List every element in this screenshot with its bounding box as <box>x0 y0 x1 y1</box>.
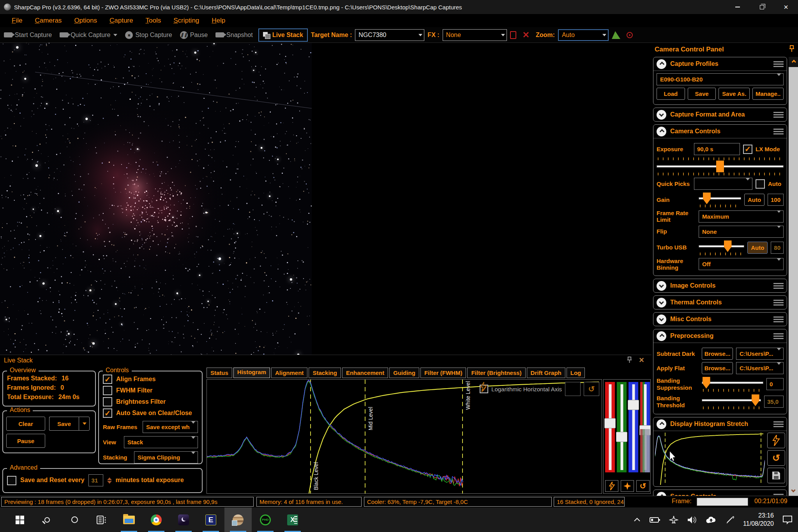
chevron-down-icon[interactable] <box>191 424 198 431</box>
chevron-down-icon[interactable] <box>777 228 783 235</box>
zoom-combo[interactable]: Auto <box>558 29 609 41</box>
scroll-up-icon[interactable] <box>789 57 798 67</box>
collapse-icon[interactable] <box>657 59 666 69</box>
save-reset-checkbox[interactable] <box>7 476 16 485</box>
cortana-button[interactable] <box>61 507 88 532</box>
phd2-button[interactable]: PHD <box>252 507 279 532</box>
expand-icon[interactable] <box>657 298 666 308</box>
auto-stretch-button[interactable] <box>767 433 785 448</box>
image-controls-header[interactable]: Image Controls <box>653 279 787 292</box>
snapshot-button[interactable]: Snapshot <box>212 28 257 42</box>
chevron-down-icon[interactable] <box>777 213 783 220</box>
view-combo[interactable]: Stack <box>124 436 198 448</box>
menu-help[interactable]: Help <box>205 15 231 26</box>
chevron-down-icon[interactable] <box>777 350 783 357</box>
section-menu-icon[interactable] <box>773 112 784 118</box>
auto-stretch-button[interactable] <box>565 382 581 396</box>
tab-stacking[interactable]: Stacking <box>309 368 341 378</box>
star-adjust-button[interactable] <box>621 480 634 492</box>
chrome-button[interactable] <box>143 507 170 532</box>
align-frames-checkbox[interactable]: ✓ <box>103 375 112 384</box>
mini-histogram[interactable] <box>655 433 765 485</box>
selection-area-icon[interactable] <box>510 31 516 39</box>
letter-e-app-button[interactable]: E <box>197 507 224 532</box>
chevron-down-icon[interactable] <box>777 76 783 83</box>
task-view-button[interactable] <box>88 507 115 532</box>
menu-cameras[interactable]: Cameras <box>28 15 68 26</box>
save-stretch-button[interactable] <box>767 468 785 483</box>
sharpcap-taskbar-button[interactable] <box>224 507 252 532</box>
scope-controls-header[interactable]: Scope Controls <box>653 490 787 496</box>
menu-options[interactable]: Options <box>68 15 103 26</box>
exposure-auto-checkbox[interactable] <box>756 179 765 189</box>
file-explorer-button[interactable] <box>115 507 143 532</box>
section-menu-icon[interactable] <box>773 129 784 134</box>
save-profile-button[interactable]: Save <box>688 88 716 100</box>
clear-stack-button[interactable]: Clear <box>6 417 45 431</box>
turbo-auto-button[interactable]: Auto <box>747 242 768 254</box>
start-button[interactable] <box>6 507 34 532</box>
quick-capture-button[interactable]: Quick Capture <box>56 28 121 42</box>
frame-rate-combo[interactable]: Maximum <box>699 210 784 223</box>
reticle-icon[interactable]: ✕ <box>523 30 530 40</box>
fx-combo[interactable]: None <box>443 29 507 41</box>
pause-button[interactable]: ❚❚ Pause <box>176 28 212 42</box>
blue-channel-slider[interactable] <box>629 382 638 472</box>
chevron-down-icon[interactable] <box>191 439 198 446</box>
expand-icon[interactable] <box>657 315 666 324</box>
turbo-usb-slider[interactable] <box>699 240 744 253</box>
pause-stack-button[interactable]: Pause <box>6 434 45 448</box>
pen-icon[interactable] <box>725 515 734 525</box>
live-stack-button[interactable]: Live Stack <box>258 28 308 42</box>
tab-histogram[interactable]: Histogram <box>233 368 270 378</box>
reset-levels-button[interactable]: ↺ <box>636 480 650 492</box>
auto-save-checkbox[interactable]: ✓ <box>103 408 112 418</box>
panel-scrollbar[interactable] <box>789 57 798 496</box>
chevron-down-icon[interactable] <box>500 30 507 41</box>
save-stack-button[interactable]: Save <box>49 417 79 431</box>
section-menu-icon[interactable] <box>773 283 784 289</box>
load-profile-button[interactable]: Load <box>657 88 685 100</box>
zoom-region-icon[interactable] <box>627 32 633 38</box>
stellarium-button[interactable] <box>170 507 197 532</box>
manage-profiles-button[interactable]: Manage.. <box>752 88 784 100</box>
apply-flat-browse-button[interactable]: Browse... <box>702 362 733 374</box>
chevron-down-icon[interactable] <box>777 261 783 268</box>
clock[interactable]: 23:16 11/08/2020 <box>743 512 774 528</box>
chevron-down-icon[interactable] <box>777 365 783 372</box>
banding-threshold-value[interactable]: 35,0 <box>764 396 784 408</box>
chevron-down-icon[interactable] <box>417 30 424 41</box>
menu-capture[interactable]: Capture <box>103 15 139 26</box>
section-menu-icon[interactable] <box>773 421 784 427</box>
close-icon[interactable]: × <box>639 355 644 365</box>
action-center-button[interactable] <box>782 515 793 525</box>
stacking-combo[interactable]: Sigma Clipping <box>134 451 198 463</box>
restore-button[interactable] <box>750 0 774 14</box>
menu-scripting[interactable]: Scripting <box>167 15 205 26</box>
save-as-profile-button[interactable]: Save As. <box>719 88 750 100</box>
collapse-icon[interactable] <box>657 331 666 341</box>
airplane-mode-icon[interactable] <box>669 515 678 525</box>
close-button[interactable]: × <box>774 0 798 14</box>
raw-frames-combo[interactable]: Save except wh <box>143 421 198 433</box>
histogram-plot[interactable]: Black Level Mid Level White Level ✓ Loga… <box>207 379 602 494</box>
capture-profiles-header[interactable]: Capture Profiles <box>653 57 787 71</box>
banding-suppression-value[interactable]: 0 <box>766 378 784 390</box>
section-menu-icon[interactable] <box>773 316 784 322</box>
banding-suppression-slider[interactable] <box>702 376 763 389</box>
image-preview-area[interactable] <box>0 43 651 355</box>
tab-drift-graph[interactable]: Drift Graph <box>527 368 565 378</box>
search-button[interactable] <box>34 507 61 532</box>
banding-threshold-slider[interactable] <box>702 394 761 407</box>
lx-mode-checkbox[interactable]: ✓ <box>743 145 752 154</box>
pin-icon[interactable] <box>627 357 632 365</box>
turbo-usb-value[interactable]: 80 <box>771 242 784 254</box>
exposure-slider[interactable] <box>657 160 784 173</box>
camera-controls-header[interactable]: Camera Controls <box>653 125 787 138</box>
tab-filter-fwhm[interactable]: Filter (FWHM) <box>420 368 466 378</box>
quick-picks-combo[interactable] <box>694 178 752 190</box>
tab-status[interactable]: Status <box>207 368 232 378</box>
exposure-value[interactable]: 90,0 s <box>694 143 740 155</box>
preprocessing-header[interactable]: Preprocessing <box>653 329 787 343</box>
tab-filter-brightness[interactable]: Filter (Brightness) <box>467 368 525 378</box>
